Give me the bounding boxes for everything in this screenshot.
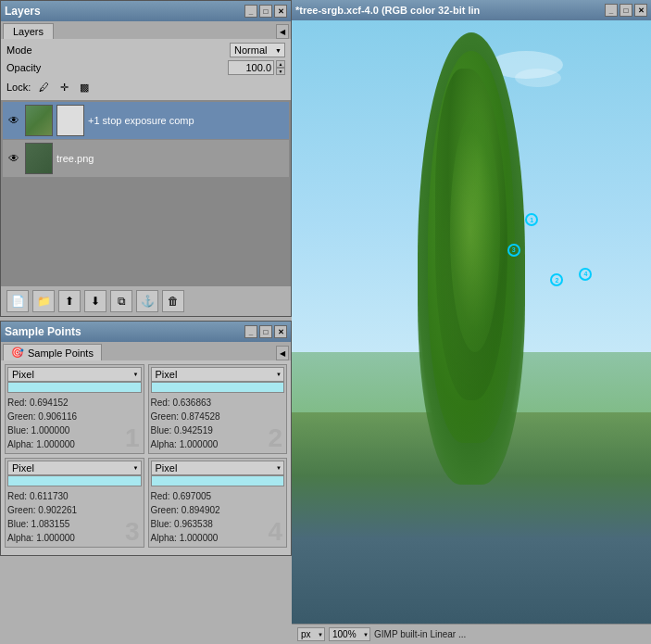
zoom-select[interactable]: 100% xyxy=(329,627,370,641)
layers-title: Layers xyxy=(5,5,244,18)
image-statusbar: px 100% GIMP built-in Linear ... xyxy=(292,624,651,644)
sample-cell-1: Pixel Red: 0.694152 Green: 0.906116 Blue… xyxy=(5,364,144,454)
sample-points-content: Pixel Red: 0.694152 Green: 0.906116 Blue… xyxy=(1,360,291,555)
anchor-layer-button[interactable]: ⚓ xyxy=(136,290,158,312)
sample-4-alpha-value: 1.000000 xyxy=(180,533,219,543)
sample-1-blue-label: Blue: 1.000000 xyxy=(7,423,142,437)
layers-close-button[interactable]: ✕ xyxy=(274,5,287,18)
opacity-spin-down[interactable]: ▼ xyxy=(276,68,285,75)
mode-select[interactable]: Normal xyxy=(230,43,285,57)
layers-minimize-button[interactable]: _ xyxy=(244,5,257,18)
sample-4-blue-label: Blue: 0.963538 xyxy=(151,517,285,531)
opacity-input[interactable]: 100.0 xyxy=(228,60,274,75)
layers-tab-bar: Layers ◀ xyxy=(1,21,291,39)
sample-2-type-wrapper[interactable]: Pixel xyxy=(151,367,285,382)
layer-visibility-toggle[interactable]: 👁 xyxy=(6,151,21,166)
layers-tab-arrow[interactable]: ◀ xyxy=(276,24,289,39)
sample-2-number: 2 xyxy=(268,425,282,451)
opacity-spin-up[interactable]: ▲ xyxy=(276,60,285,68)
sample-3-type-select[interactable]: Pixel xyxy=(7,461,142,475)
sample-cell-4: Pixel Red: 0.697005 Green: 0.894902 Blue… xyxy=(148,458,288,548)
image-canvas-area[interactable]: 1 2 3 4 xyxy=(292,20,651,624)
image-titlebar-controls: _ □ ✕ xyxy=(605,4,647,17)
sample-2-green-label: Green: 0.874528 xyxy=(151,410,285,423)
layers-tab[interactable]: Layers xyxy=(3,23,54,39)
sample-2-blue-value: 0.942519 xyxy=(174,425,213,436)
new-layer-button[interactable]: 📄 xyxy=(6,290,29,312)
image-close-button[interactable]: ✕ xyxy=(634,4,647,17)
layers-maximize-button[interactable]: □ xyxy=(259,5,272,18)
layer-visibility-toggle[interactable]: 👁 xyxy=(6,113,21,128)
sample-1-red-value: 0.694152 xyxy=(30,398,69,408)
opacity-spinbutton: ▲ ▼ xyxy=(276,60,285,75)
sample-cell-3: Pixel Red: 0.611730 Green: 0.902261 Blue… xyxy=(5,458,144,548)
raise-layer-button[interactable]: ⬆ xyxy=(58,290,81,312)
sample-1-color-bar xyxy=(7,382,142,393)
layer-thumb-inner xyxy=(26,144,52,173)
image-maximize-button[interactable]: □ xyxy=(620,4,632,17)
zoom-select-wrapper[interactable]: 100% xyxy=(329,627,370,641)
sample-1-type-wrapper[interactable]: Pixel xyxy=(7,367,142,382)
layers-titlebar-controls: _ □ ✕ xyxy=(244,5,287,18)
image-minimize-button[interactable]: _ xyxy=(605,4,618,17)
sample-3-blue-label: Blue: 1.083155 xyxy=(7,517,142,531)
mode-label: Mode xyxy=(6,44,32,56)
lower-layer-button[interactable]: ⬇ xyxy=(84,290,106,312)
sample-points-window: Sample Points _ □ ✕ 🎯 Sample Points ◀ Pi… xyxy=(0,321,292,556)
sample-cell-2: Pixel Red: 0.636863 Green: 0.874528 Blue… xyxy=(148,364,288,454)
foliage-detail-2 xyxy=(450,111,500,352)
sample-1-green-value: 0.906116 xyxy=(38,411,77,422)
lock-pixels-icon[interactable]: 🖊 xyxy=(36,80,51,95)
sample-2-alpha-value: 1.000000 xyxy=(180,439,219,449)
sample-1-red-label: Red: 0.694152 xyxy=(7,396,142,410)
sample-2-color-bar xyxy=(151,382,285,393)
unit-select-wrapper[interactable]: px xyxy=(297,627,325,641)
sample-1-type-select[interactable]: Pixel xyxy=(7,367,142,382)
sample-4-type-select[interactable]: Pixel xyxy=(151,461,285,475)
sample-2-type-select[interactable]: Pixel xyxy=(151,367,285,382)
sample-1-alpha-value: 1.000000 xyxy=(36,439,75,449)
layer-item[interactable]: 👁 +1 stop exposure comp xyxy=(3,102,289,139)
mode-select-wrapper[interactable]: Normal xyxy=(230,43,285,57)
duplicate-layer-button[interactable]: ⧉ xyxy=(110,290,132,312)
sample-2-red-label: Red: 0.636863 xyxy=(151,396,285,410)
lock-label: Lock: xyxy=(6,82,31,93)
delete-layer-button[interactable]: 🗑 xyxy=(162,290,184,312)
sample-tab-arrow[interactable]: ◀ xyxy=(276,346,289,360)
left-panel: Layers _ □ ✕ Layers ◀ Mode Normal Opaci xyxy=(0,0,292,644)
sample-close-button[interactable]: ✕ xyxy=(274,325,287,338)
lock-alpha-icon[interactable]: ▩ xyxy=(77,80,92,95)
layers-controls: Mode Normal Opacity 100.0 ▲ ▼ xyxy=(1,39,291,100)
sample-points-tab[interactable]: 🎯 Sample Points xyxy=(3,344,102,360)
layers-mode-row: Mode Normal xyxy=(6,43,285,57)
sample-4-type-wrapper[interactable]: Pixel xyxy=(151,461,285,475)
sample-maximize-button[interactable]: □ xyxy=(259,325,272,338)
sample-2-blue-label: Blue: 0.942519 xyxy=(151,423,285,437)
sample-3-type-wrapper[interactable]: Pixel xyxy=(7,461,142,475)
layers-window: Layers _ □ ✕ Layers ◀ Mode Normal Opaci xyxy=(0,0,292,317)
sample-marker-3[interactable]: 3 xyxy=(507,244,520,257)
unit-select[interactable]: px xyxy=(297,627,325,641)
layers-opacity-row: Opacity 100.0 ▲ ▼ xyxy=(6,60,285,75)
sample-1-number: 1 xyxy=(125,425,140,451)
image-title: *tree-srgb.xcf-4.0 (RGB color 32-bit lin xyxy=(295,5,480,16)
image-titlebar: *tree-srgb.xcf-4.0 (RGB color 32-bit lin… xyxy=(292,0,651,20)
sample-2-green-value: 0.874528 xyxy=(182,411,220,422)
sample-4-alpha-label: Alpha: 1.000000 xyxy=(151,531,285,545)
sample-3-color-bar xyxy=(7,475,142,486)
cloud-2 xyxy=(515,69,561,87)
sample-4-color-bar xyxy=(151,475,285,486)
sample-tab-label: Sample Points xyxy=(28,347,94,359)
tree-image[interactable]: 1 2 3 4 xyxy=(292,20,651,624)
sample-points-title: Sample Points xyxy=(5,325,244,338)
sample-4-values: Red: 0.697005 Green: 0.894902 Blue: 0.96… xyxy=(151,489,285,545)
layer-item[interactable]: 👁 tree.png xyxy=(3,140,289,177)
lock-position-icon[interactable]: ✛ xyxy=(56,80,71,95)
sample-3-number: 3 xyxy=(125,519,140,545)
sample-4-number: 4 xyxy=(268,519,282,545)
sample-4-blue-value: 0.963538 xyxy=(174,519,213,529)
sample-row-1: Pixel Red: 0.694152 Green: 0.906116 Blue… xyxy=(5,364,287,454)
sample-minimize-button[interactable]: _ xyxy=(244,325,257,338)
sample-2-alpha-label: Alpha: 1.000000 xyxy=(151,437,285,451)
open-layer-button[interactable]: 📁 xyxy=(32,290,55,312)
